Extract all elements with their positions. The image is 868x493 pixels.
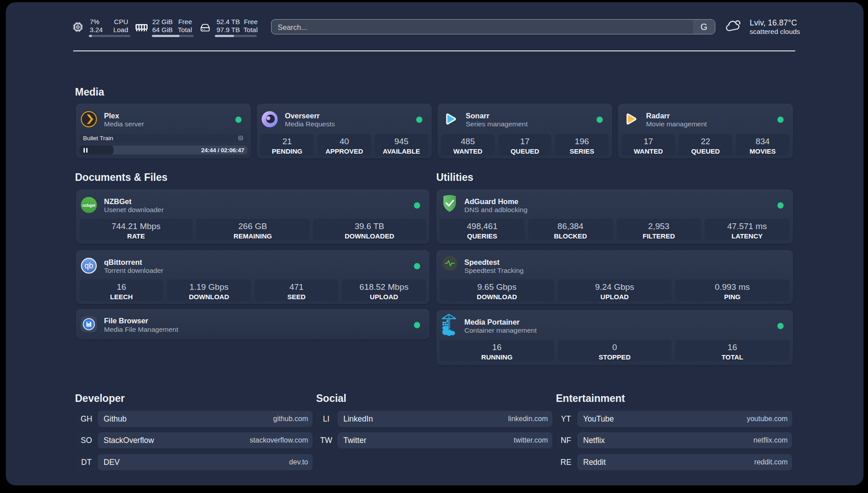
svg-text:nzbget: nzbget [83, 203, 96, 208]
svg-text:qb: qb [84, 261, 93, 270]
